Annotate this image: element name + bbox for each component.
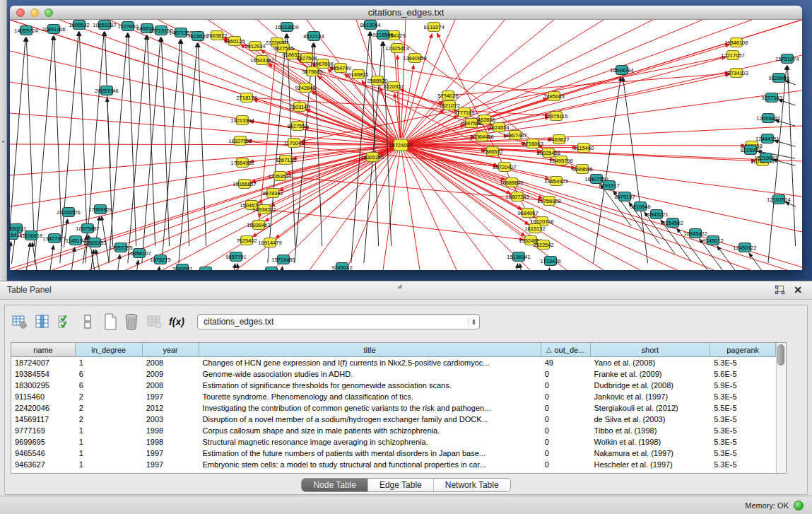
network-node[interactable]: 10975887: [76, 224, 99, 233]
cell-name[interactable]: 19384554: [11, 368, 76, 380]
network-node[interactable]: 12217057: [721, 51, 744, 60]
cell-name[interactable]: 18724007: [11, 357, 76, 368]
network-node[interactable]: 1005532: [69, 21, 89, 30]
network-node[interactable]: 16958107: [127, 249, 151, 258]
column-header-short[interactable]: short: [591, 343, 711, 357]
network-node[interactable]: 1170041: [284, 139, 305, 148]
network-node[interactable]: 9227343: [761, 93, 782, 103]
table-row[interactable]: 1872400712008Changes of HCN gene express…: [11, 357, 776, 368]
cell-short[interactable]: Hescheler et al. (1997): [591, 459, 711, 470]
table-row[interactable]: 946362711997Embryonic stem cells: a mode…: [11, 459, 776, 470]
cell-out_de[interactable]: 0: [541, 425, 591, 436]
vertical-scrollbar[interactable]: [776, 343, 786, 473]
cell-title[interactable]: Estimation of significance thresholds fo…: [199, 380, 541, 391]
network-canvas[interactable]: 1872400718300295766382289601258912934222…: [10, 20, 802, 270]
cell-name[interactable]: 9465546: [11, 448, 76, 459]
cell-title[interactable]: Embryonic stem cells: a model to study s…: [199, 459, 541, 470]
cell-in_degree[interactable]: 6: [76, 380, 143, 391]
combobox-stepper-icon[interactable]: ▲▼: [468, 318, 479, 325]
network-node[interactable]: 14055724: [14, 26, 37, 35]
network-node[interactable]: 8878342: [262, 189, 283, 198]
cell-name[interactable]: 9463627: [11, 459, 76, 470]
network-node[interactable]: 1733426: [540, 257, 560, 266]
column-header-name[interactable]: name: [11, 343, 76, 357]
delete-table-icon[interactable]: [122, 312, 141, 332]
network-node[interactable]: 18107552: [228, 136, 252, 146]
cell-short[interactable]: Jankovic et al. (1997): [591, 391, 711, 402]
network-node[interactable]: 2522542: [533, 240, 553, 250]
cell-short[interactable]: Yano et al. (2008): [591, 357, 711, 368]
cell-name[interactable]: 9115460: [11, 391, 76, 402]
table-row[interactable]: 1456911722003Disruption of a novel membe…: [11, 414, 776, 425]
network-node[interactable]: 8131074: [423, 23, 444, 32]
table-row[interactable]: 946554611997Estimation of the future num…: [11, 448, 776, 459]
network-node[interactable]: 2718176: [236, 93, 257, 103]
network-node[interactable]: 1615132: [524, 224, 545, 233]
cell-name[interactable]: 14569117: [11, 414, 76, 425]
cell-year[interactable]: 2008: [143, 380, 199, 391]
cell-name[interactable]: 9699695: [11, 436, 76, 448]
table-row[interactable]: 1830029562008Estimation of significance …: [11, 380, 776, 391]
cell-year[interactable]: 1998: [143, 425, 199, 436]
cell-year[interactable]: 1997: [143, 448, 199, 459]
network-node[interactable]: 13427371: [42, 234, 66, 243]
network-node[interactable]: 9699695: [572, 165, 592, 174]
network-node[interactable]: 12975115: [545, 112, 568, 121]
cell-out_de[interactable]: 0: [541, 402, 591, 414]
network-node[interactable]: 7615526: [187, 32, 208, 41]
network-node[interactable]: 9245042: [331, 263, 352, 271]
left-splitter-handle[interactable]: ◂: [1, 139, 5, 144]
column-header-year[interactable]: year: [143, 343, 199, 357]
column-header-title[interactable]: title: [199, 343, 541, 357]
panel-splitter-handle[interactable]: ◢: [397, 283, 401, 289]
network-view-window[interactable]: citations_edges.txt 18724007183002957663…: [10, 6, 802, 270]
cell-in_degree[interactable]: 1: [76, 425, 143, 436]
cell-short[interactable]: Tibbo et al. (1998): [591, 425, 711, 436]
network-node[interactable]: 10807487: [503, 131, 526, 140]
network-graph[interactable]: 1872400718300295766382289601258912934222…: [10, 20, 802, 270]
cell-year[interactable]: 2003: [143, 414, 199, 425]
table-selector-combobox[interactable]: citations_edges.txt ▲▼: [197, 314, 480, 329]
table-settings-icon[interactable]: [11, 312, 29, 332]
network-node[interactable]: 8215953: [740, 146, 760, 155]
cell-short[interactable]: Franke et al. (2009): [591, 368, 711, 380]
cell-title[interactable]: Investigating the contribution of common…: [199, 402, 541, 414]
network-node[interactable]: 15720407: [493, 163, 516, 172]
cell-in_degree[interactable]: 6: [76, 368, 143, 380]
network-node[interactable]: 13213344: [230, 116, 254, 125]
network-node[interactable]: 6497568: [461, 119, 481, 128]
network-node[interactable]: 9463627: [548, 135, 569, 144]
cell-out_de[interactable]: 0: [541, 459, 591, 470]
cell-year[interactable]: 1997: [143, 391, 199, 402]
network-node[interactable]: 12450122: [733, 243, 756, 252]
row-height-icon[interactable]: [78, 312, 97, 332]
cell-in_degree[interactable]: 1: [76, 436, 143, 448]
cell-pagerank[interactable]: 5.3E-5: [710, 459, 776, 470]
network-node[interactable]: 8979197: [614, 192, 635, 201]
network-node[interactable]: 20206576: [57, 208, 80, 217]
cell-short[interactable]: Wolkin et al. (1998): [591, 436, 711, 448]
network-node[interactable]: 20891406: [42, 25, 65, 34]
network-node[interactable]: 1035919: [195, 267, 216, 271]
cell-title[interactable]: Tourette syndrome. Phenomenology and cla…: [199, 391, 541, 402]
column-header-pagerank[interactable]: pagerank: [710, 343, 776, 357]
network-node[interactable]: 18495796: [549, 156, 572, 165]
network-node[interactable]: 10653287: [93, 21, 116, 30]
cell-in_degree[interactable]: 1: [76, 448, 143, 459]
table-row[interactable]: 1938455462009Genome-wide association stu…: [11, 368, 776, 380]
network-node[interactable]: 16033809: [275, 23, 298, 32]
cell-name[interactable]: 9777169: [11, 425, 76, 436]
network-node[interactable]: 8427552: [287, 122, 307, 131]
cell-title[interactable]: Changes of HCN gene expression and I(f) …: [199, 357, 541, 368]
cell-pagerank[interactable]: 5.3E-5: [710, 414, 776, 425]
network-node[interactable]: 17359928: [88, 205, 112, 214]
network-node[interactable]: 8813054: [360, 21, 380, 30]
network-node[interactable]: 9684067: [517, 209, 538, 218]
network-node[interactable]: 17654982: [230, 158, 254, 168]
network-node[interactable]: 19654923: [544, 177, 567, 186]
network-node[interactable]: 8267130: [275, 156, 295, 165]
network-node[interactable]: 20053346: [95, 86, 118, 95]
cell-out_de[interactable]: 49: [541, 357, 591, 368]
network-node[interactable]: 19166857: [233, 180, 256, 189]
cell-out_de[interactable]: 0: [541, 448, 591, 459]
